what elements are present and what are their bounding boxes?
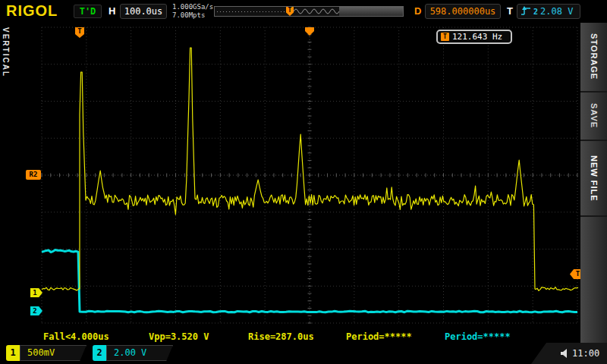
trigger-level-value: 2.08 V xyxy=(540,6,573,17)
clock: 11:00 xyxy=(572,348,599,359)
timebase-box[interactable]: 100.0us xyxy=(120,4,167,19)
measurement-period-ch1: Period=***** xyxy=(346,331,412,342)
measurements-row: Fall<4.000us Vpp=3.520 V Rise=287.0us Pe… xyxy=(0,330,580,343)
waveform-display xyxy=(0,0,607,364)
menu-item-storage[interactable]: STORAGE xyxy=(580,23,607,93)
brand-logo: RIGOL xyxy=(6,2,58,20)
horizontal-label: H xyxy=(109,5,115,17)
topbar: RIGOL T'D H 100.0us 1.000GSa/s 7.00Mpts … xyxy=(0,0,607,23)
acquisition-info: 1.000GSa/s 7.00Mpts xyxy=(172,3,213,20)
delay-value-box[interactable]: 598.000000us xyxy=(425,4,501,19)
speaker-icon xyxy=(561,349,568,359)
menu-item-save[interactable]: SAVE xyxy=(580,93,607,141)
ch1-badge: 1 xyxy=(6,345,20,361)
trigger-status-badge: T'D xyxy=(74,5,102,18)
posbar-baseline xyxy=(217,11,287,12)
ch1-scale: 500mV xyxy=(20,345,86,361)
trigger-position-marker-icon[interactable]: T xyxy=(286,7,294,16)
ch1-status-block[interactable]: 1 500mV xyxy=(6,345,86,361)
ch2-status-block[interactable]: 2 2.00 V xyxy=(93,345,173,361)
counter-trigger-icon: T xyxy=(441,33,449,41)
ch2-badge: 2 xyxy=(93,345,106,361)
sample-rate: 1.000GSa/s xyxy=(172,3,213,11)
bottombar: 1 500mV 2 2.00 V 11:00 xyxy=(0,343,607,364)
measurement-fall: Fall<4.000us xyxy=(43,331,109,342)
trigger-info-box[interactable]: 2 2.08 V xyxy=(517,4,580,19)
delay-label: D xyxy=(414,5,421,17)
posbar-filled-region xyxy=(339,7,403,16)
trigger-source: 2 xyxy=(533,8,538,16)
oscilloscope-screen: RIGOL T'D H 100.0us 1.000GSa/s 7.00Mpts … xyxy=(0,0,607,364)
trigger-label: T xyxy=(507,5,513,17)
measurement-period-ch2: Period=***** xyxy=(445,331,511,342)
frequency-counter: T 121.643 Hz xyxy=(436,30,512,44)
counter-value: 121.643 Hz xyxy=(452,32,502,42)
measurement-vpp: Vpp=3.520 V xyxy=(149,331,209,342)
softkey-menu: STORAGE SAVE NEW FILE xyxy=(580,23,607,343)
ch2-scale: 2.00 V xyxy=(106,345,173,361)
left-menu-title: VERTICAL xyxy=(2,27,10,77)
posbar-wave-icon xyxy=(294,7,339,16)
rising-edge-icon xyxy=(521,6,531,17)
horizontal-position-bar[interactable]: T xyxy=(214,6,404,17)
menu-item-new-file[interactable]: NEW FILE xyxy=(580,141,607,217)
memory-depth: 7.00Mpts xyxy=(172,11,213,20)
ref2-marker[interactable]: R2 xyxy=(26,170,41,180)
measurement-rise: Rise=287.0us xyxy=(248,331,314,342)
